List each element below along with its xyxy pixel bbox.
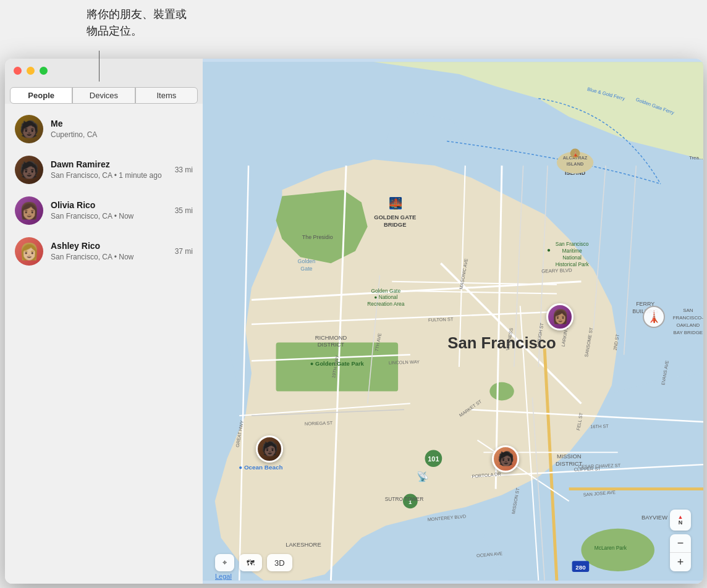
list-item[interactable]: 🧑🏿 Dawn Ramirez San Francisco, CA • 1 mi… (5, 149, 203, 190)
svg-text:FRANCISCO-: FRANCISCO- (673, 315, 703, 321)
map-pin-device-bridge: 🗼 (643, 306, 665, 328)
list-item[interactable]: 🧑🏿 Me Cupertino, CA (5, 109, 203, 149)
svg-text:ISLAND: ISLAND (567, 161, 584, 167)
tab-items[interactable]: Items (135, 87, 198, 104)
map-pin-avatar-ashley: 🧑🏿 (492, 445, 519, 472)
avatar: 🧑🏿 (15, 156, 43, 184)
map-container: 101 1 280 San Francisco GOLDEN GATE BRID… (203, 59, 703, 584)
svg-text:GOLDEN GATE: GOLDEN GATE (374, 214, 416, 220)
map-pin-avatar-olivia: 👩🏽 (546, 303, 574, 330)
svg-text:Recreation Area: Recreation Area (367, 301, 404, 307)
close-button[interactable] (14, 67, 22, 75)
person-distance: 35 mi (175, 206, 193, 215)
svg-text:The Presidio: The Presidio (302, 234, 333, 240)
map-pin-ashley[interactable]: 🧑🏿 (492, 445, 519, 472)
minimize-button[interactable] (27, 67, 35, 75)
compass-label: N (678, 520, 684, 526)
map-view-button[interactable]: 🗺 (239, 554, 262, 571)
svg-text:NORIEGA ST: NORIEGA ST (305, 420, 333, 427)
svg-text:Gate: Gate (300, 266, 312, 272)
person-name: Dawn Ramirez (51, 159, 170, 169)
person-distance: 33 mi (175, 166, 193, 174)
svg-text:SAN: SAN (683, 308, 693, 313)
avatar: 👩🏽 (15, 196, 43, 225)
svg-text:BAYVIEW: BAYVIEW (641, 514, 667, 521)
svg-text:BRIDGE: BRIDGE (384, 222, 406, 228)
svg-text:Trea...: Trea... (689, 155, 703, 161)
svg-point-3 (489, 382, 514, 401)
three-d-button[interactable]: 3D (267, 554, 292, 571)
avatar-image: 👩🏼 (15, 237, 43, 266)
svg-text:DISTRICT: DISTRICT (318, 342, 345, 348)
avatar-image: 🧑🏿 (15, 115, 43, 143)
svg-text:FULTON ST: FULTON ST (428, 316, 454, 322)
svg-text:OAKLAND: OAKLAND (676, 322, 700, 328)
maximize-button[interactable] (40, 67, 48, 75)
legal-link[interactable]: Legal (215, 573, 232, 580)
svg-text:Maritime: Maritime (562, 248, 582, 254)
svg-text:San Francisco: San Francisco (556, 242, 589, 248)
annotation-text: 將你的朋友、裝置或 物品定位。 (87, 6, 187, 40)
compass[interactable]: ▲ N (670, 510, 691, 531)
map-pin-avatar-dawn: 🧑🏿 (256, 435, 283, 463)
map-svg: 101 1 280 San Francisco GOLDEN GATE BRID… (203, 59, 703, 584)
map-pin-olivia[interactable]: 👩🏽 (546, 303, 574, 330)
person-info: Dawn Ramirez San Francisco, CA • 1 minut… (51, 159, 170, 181)
location-button[interactable]: ⌖ (215, 554, 234, 571)
svg-text:National: National (562, 254, 582, 261)
svg-text:🌉: 🌉 (389, 196, 403, 210)
svg-text:Golden Gate: Golden Gate (371, 288, 401, 294)
person-name: Ashley Rico (51, 241, 170, 251)
person-location: San Francisco, CA • Now (51, 252, 170, 262)
person-name: Olivia Rico (51, 200, 170, 210)
map-pin-dawn[interactable]: 🧑🏿 (256, 435, 283, 463)
list-item[interactable]: 👩🏽 Olivia Rico San Francisco, CA • Now 3… (5, 190, 203, 231)
svg-text:LINCOLN WAY: LINCOLN WAY (389, 359, 420, 366)
location-icon: ⌖ (222, 558, 227, 568)
titlebar (5, 59, 203, 82)
svg-text:RICHMOND: RICHMOND (315, 335, 347, 341)
svg-text:16TH ST: 16TH ST (590, 423, 609, 429)
map-controls-right: ▲ N − + (670, 510, 691, 571)
map-icon: 🗺 (247, 558, 255, 568)
svg-text:📡: 📡 (417, 471, 429, 482)
zoom-out-button[interactable]: − (670, 534, 691, 553)
zoom-controls: − + (670, 534, 691, 571)
annotation-line (99, 51, 99, 82)
person-location: San Francisco, CA • 1 minute ago (51, 170, 170, 181)
svg-text:● National: ● National (374, 294, 397, 300)
avatar-image: 🧑🏿 (15, 156, 43, 184)
zoom-in-button[interactable]: + (670, 553, 691, 571)
svg-text:MISSION: MISSION (557, 453, 582, 460)
person-name: Me (51, 119, 188, 128)
person-info: Olivia Rico San Francisco, CA • Now (51, 200, 170, 222)
person-location: San Francisco, CA • Now (51, 211, 170, 222)
person-info: Me Cupertino, CA (51, 119, 188, 140)
svg-text:● Ocean Beach: ● Ocean Beach (239, 464, 282, 471)
traffic-lights (14, 67, 48, 75)
person-location: Cupertino, CA (51, 130, 188, 140)
svg-text:BAY BRIDGE: BAY BRIDGE (674, 330, 703, 335)
svg-text:●: ● (547, 246, 551, 253)
person-distance: 37 mi (175, 247, 193, 256)
map-controls-bottom: ⌖ 🗺 3D (215, 554, 292, 571)
sidebar: People Devices Items 🧑🏿 Me Cupertino, CA (5, 59, 203, 584)
svg-text:McLaren Park: McLaren Park (595, 545, 627, 551)
avatar: 👩🏼 (15, 237, 43, 266)
three-d-label: 3D (274, 558, 285, 568)
avatar-image: 👩🏽 (15, 196, 43, 225)
svg-text:SUTRO TOWER: SUTRO TOWER (385, 496, 424, 502)
people-list: 🧑🏿 Me Cupertino, CA 🧑🏿 Dawn Ramirez San … (5, 104, 203, 584)
avatar: 🧑🏿 (15, 115, 43, 143)
svg-text:280: 280 (575, 564, 586, 571)
svg-text:Golden: Golden (298, 258, 316, 264)
tab-people[interactable]: People (10, 87, 72, 104)
svg-text:LAKESHORE: LAKESHORE (286, 542, 321, 548)
svg-text:🗼: 🗼 (572, 149, 580, 158)
main-window: People Devices Items 🧑🏿 Me Cupertino, CA (5, 59, 703, 584)
svg-text:Historical Park: Historical Park (556, 261, 590, 267)
list-item[interactable]: 👩🏼 Ashley Rico San Francisco, CA • Now 3… (5, 231, 203, 272)
person-info: Ashley Rico San Francisco, CA • Now (51, 241, 170, 262)
tab-devices[interactable]: Devices (72, 87, 135, 104)
svg-text:101: 101 (428, 455, 439, 463)
